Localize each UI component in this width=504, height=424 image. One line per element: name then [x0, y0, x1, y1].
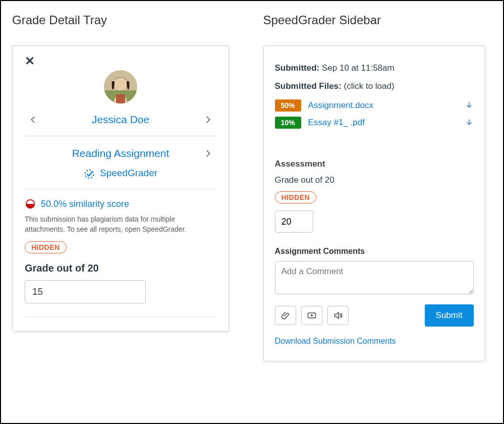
two-panel-frame: Grade Detail Tray ✕: [0, 0, 504, 424]
svg-rect-4: [116, 94, 125, 103]
file-row-1: 10% Essay #1_ .pdf: [275, 117, 474, 129]
submitted-row: Submitted: Sep 10 at 11:58am: [275, 63, 474, 73]
student-name-link[interactable]: Jessica Doe: [92, 114, 149, 126]
divider: [25, 316, 216, 317]
hidden-badge: HIDDEN: [275, 191, 317, 203]
grade-input[interactable]: [25, 280, 146, 303]
comment-actions: Submit: [275, 304, 474, 327]
chevron-right-icon: [203, 146, 212, 161]
speedgrader-title: SpeedGrader Sidebar: [263, 13, 492, 27]
download-file-button[interactable]: [465, 118, 474, 127]
similarity-icon: [25, 198, 36, 209]
speedgrader-icon: [84, 168, 95, 179]
audio-icon: [333, 310, 343, 321]
assessment-heading: Assessment: [275, 159, 474, 169]
download-file-button[interactable]: [465, 101, 474, 110]
file-row-0: 50% Assignment.docx: [275, 99, 474, 112]
comments-heading: Assignment Comments: [275, 247, 474, 256]
file-link[interactable]: Essay #1_ .pdf: [308, 118, 365, 128]
attach-file-button[interactable]: [275, 306, 296, 325]
close-icon[interactable]: ✕: [25, 54, 35, 68]
grade-out-of-label: Grade out of 20: [25, 262, 216, 274]
speedgrader-sidebar: Submitted: Sep 10 at 11:58am Submitted F…: [263, 45, 485, 361]
score-input[interactable]: [275, 210, 313, 233]
speedgrader-column: SpeedGrader Sidebar Submitted: Sep 10 at…: [252, 1, 503, 423]
file-link[interactable]: Assignment.docx: [308, 100, 373, 111]
grade-detail-column: Grade Detail Tray ✕: [1, 1, 252, 423]
video-icon: [307, 310, 317, 321]
media-comment-button[interactable]: [301, 306, 322, 325]
grade-detail-title: Grade Detail Tray: [12, 13, 241, 27]
svg-point-3: [114, 77, 127, 90]
hidden-badge: HIDDEN: [25, 241, 67, 253]
similarity-badge[interactable]: 50%: [275, 99, 301, 112]
avatar-image-icon: [104, 70, 137, 103]
download-icon: [465, 101, 474, 110]
submitted-files-hint: (click to load): [344, 81, 394, 91]
similarity-score-link[interactable]: 50.0% similarity score: [41, 199, 129, 209]
submitted-files-label: Submitted Files:: [275, 81, 342, 91]
audio-comment-button[interactable]: [327, 306, 349, 325]
submitted-label: Submitted:: [275, 63, 320, 73]
grade-detail-tray: ✕: [12, 45, 229, 332]
comment-textarea[interactable]: [275, 261, 474, 294]
submitted-value: Sep 10 at 11:58am: [322, 63, 395, 73]
similarity-note: This submission has plagiarism data for …: [25, 215, 216, 234]
download-comments-link[interactable]: Download Submission Comments: [275, 337, 396, 346]
submit-button[interactable]: Submit: [425, 304, 474, 327]
paperclip-icon: [281, 310, 291, 321]
assignment-link[interactable]: Reading Assignment: [72, 147, 170, 160]
submitted-files-row: Submitted Files: (click to load): [275, 81, 474, 91]
chevron-left-icon: [29, 113, 38, 127]
download-icon: [465, 118, 474, 127]
chevron-right-icon: [203, 113, 212, 127]
next-assignment-button[interactable]: [203, 146, 212, 161]
speedgrader-link[interactable]: SpeedGrader: [100, 168, 157, 179]
svg-point-5: [85, 170, 94, 179]
similarity-badge[interactable]: 10%: [275, 117, 301, 129]
next-student-button[interactable]: [203, 113, 212, 127]
prev-student-button[interactable]: [29, 113, 38, 127]
student-avatar[interactable]: [104, 70, 137, 103]
grade-out-of-label: Grade out of 20: [275, 175, 474, 185]
